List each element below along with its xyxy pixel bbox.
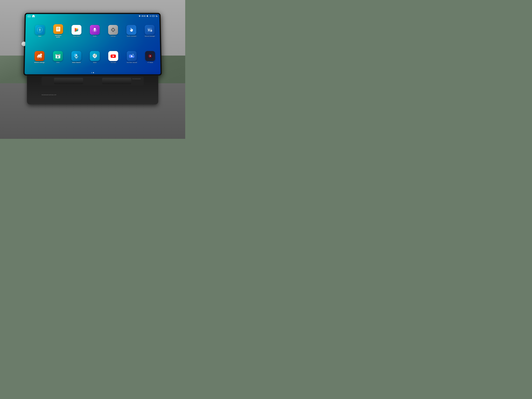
svg-marker-5 bbox=[147, 15, 148, 17]
svg-text:): ) bbox=[148, 16, 148, 17]
svg-point-52 bbox=[95, 54, 96, 55]
settings-label: Settings bbox=[111, 35, 116, 37]
screen-bezel: 19:34 ) 18 bbox=[24, 13, 162, 75]
vent-slot-right bbox=[102, 78, 131, 84]
svg-text:V: V bbox=[148, 28, 150, 32]
app-video[interactable]: Video bbox=[49, 51, 66, 63]
radio-label: Radio bbox=[93, 35, 97, 37]
yt-music-label: YT Music bbox=[147, 62, 153, 63]
play-store-label: Play Store bbox=[73, 35, 80, 37]
car-unit: 19:34 ) 18 bbox=[21, 13, 164, 126]
operation-guide-label: Operation guide bbox=[53, 35, 63, 38]
youtube-vanced-icon: V bbox=[127, 51, 137, 61]
svg-point-50 bbox=[94, 55, 95, 56]
app-youtube-vanced[interactable]: V YouTube Vanced bbox=[123, 51, 140, 63]
photo-background: 19:34 ) 18 bbox=[0, 0, 185, 139]
youtube-icon bbox=[108, 51, 118, 61]
touch-assistant-icon bbox=[127, 25, 136, 35]
touch-assistant-label: Touch-Assistant bbox=[127, 35, 136, 37]
settings-icon bbox=[108, 25, 118, 35]
video-label: Video bbox=[56, 62, 59, 63]
app-vehicle-settings[interactable]: i Vehicle settings bbox=[31, 51, 48, 63]
operation-guide-icon bbox=[53, 24, 63, 34]
app-touch-assistant[interactable]: Touch-Assistant bbox=[123, 25, 140, 37]
vehicle-settings-icon: i bbox=[34, 51, 44, 61]
app-waze[interactable]: Waze bbox=[86, 51, 104, 63]
svg-text:i: i bbox=[41, 54, 41, 55]
status-time: 19:34 bbox=[141, 15, 146, 17]
status-right: 19:34 ) 18 bbox=[139, 15, 158, 17]
app-vanced-manager[interactable]: V ▶ Vanced Manager bbox=[141, 25, 158, 37]
svg-text:V: V bbox=[133, 54, 133, 55]
airbag-text: PASSENGER AIR BAG OFF bbox=[42, 94, 57, 96]
svg-rect-3 bbox=[139, 15, 140, 16]
vehicle-settings-label: Vehicle settings bbox=[34, 62, 45, 63]
svg-point-51 bbox=[95, 55, 96, 56]
back-icon[interactable] bbox=[155, 15, 158, 17]
youtube-label: YouTube bbox=[111, 62, 116, 63]
app-grid: Navi Operatio bbox=[31, 19, 159, 70]
navi-icon bbox=[35, 25, 45, 35]
home-filled-icon[interactable] bbox=[32, 15, 35, 18]
svg-point-47 bbox=[76, 55, 77, 55]
app-yt-music[interactable]: YT Music bbox=[141, 51, 159, 63]
volume-level: 18 bbox=[150, 15, 151, 17]
app-youtube[interactable]: YouTube bbox=[105, 51, 122, 63]
app-voice-search[interactable]: Voice Search bbox=[68, 51, 85, 63]
vent-slot-left bbox=[54, 78, 83, 84]
vent-area bbox=[42, 77, 144, 85]
app-settings[interactable]: Settings bbox=[105, 25, 122, 37]
svg-rect-7 bbox=[152, 15, 154, 17]
svg-point-22 bbox=[94, 28, 96, 30]
svg-point-48 bbox=[76, 55, 77, 56]
waze-icon bbox=[90, 51, 100, 61]
dot-1[interactable] bbox=[91, 72, 92, 73]
play-store-icon bbox=[71, 25, 81, 35]
status-left bbox=[28, 15, 35, 18]
svg-rect-14 bbox=[56, 27, 60, 31]
svg-point-34 bbox=[40, 57, 41, 58]
waze-label: Waze bbox=[93, 62, 96, 63]
page-dots bbox=[91, 72, 94, 73]
vanced-manager-icon: V ▶ bbox=[145, 25, 155, 35]
svg-rect-0 bbox=[29, 17, 30, 17]
video-icon bbox=[53, 51, 63, 61]
navi-label: Navi bbox=[38, 35, 41, 37]
volume-icon: ) bbox=[146, 15, 149, 17]
vanced-manager-label: Vanced Manager bbox=[145, 35, 155, 37]
signal-icon bbox=[139, 15, 141, 17]
passenger-label: PASSENGER bbox=[132, 78, 141, 79]
svg-marker-4 bbox=[147, 16, 147, 17]
app-play-store[interactable]: Play Store bbox=[68, 25, 85, 37]
svg-marker-12 bbox=[39, 30, 40, 32]
svg-marker-54 bbox=[94, 57, 96, 58]
svg-point-49 bbox=[93, 54, 97, 58]
main-screen: 19:34 ) 18 bbox=[25, 14, 161, 74]
dot-2[interactable] bbox=[93, 72, 94, 73]
car-bottom-unit: PASSENGER AIR BAG OFF PASSENGER bbox=[27, 75, 158, 104]
radio-icon bbox=[90, 25, 100, 35]
app-operation-guide[interactable]: Operation guide bbox=[50, 24, 67, 38]
youtube-vanced-label: YouTube Vanced bbox=[127, 62, 137, 63]
yt-music-icon bbox=[145, 51, 155, 61]
svg-marker-2 bbox=[139, 16, 141, 17]
svg-marker-1 bbox=[32, 15, 35, 17]
status-bar: 19:34 ) 18 bbox=[26, 14, 159, 18]
voice-search-label: Voice Search bbox=[72, 62, 81, 63]
app-navi[interactable]: Navi bbox=[31, 25, 49, 37]
svg-point-33 bbox=[38, 57, 39, 58]
app-radio[interactable]: Radio bbox=[86, 25, 103, 37]
voice-search-icon bbox=[71, 51, 81, 61]
svg-point-25 bbox=[112, 29, 114, 31]
svg-point-35 bbox=[40, 54, 42, 56]
svg-text:▶: ▶ bbox=[151, 30, 152, 32]
home-outline-icon[interactable] bbox=[28, 15, 31, 17]
window-icon bbox=[152, 15, 154, 17]
